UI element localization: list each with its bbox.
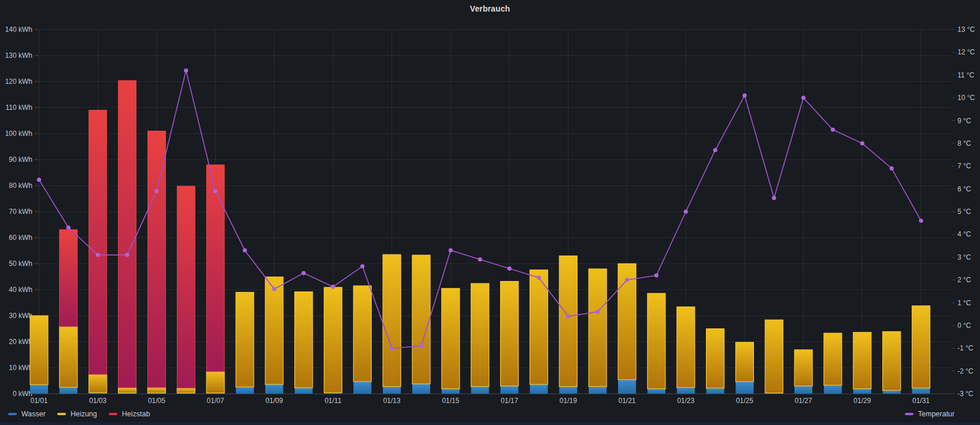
bar-wasser-01/23[interactable] [677,387,695,394]
bar-heizung-01/03[interactable] [89,375,107,393]
bar-wasser-01/17[interactable] [501,386,519,394]
point-temperatur-01/04[interactable] [125,253,129,257]
point-temperatur-01/05[interactable] [154,189,158,193]
bar-heizung-01/30[interactable] [883,331,901,390]
bar-heizung-01/05[interactable] [147,387,165,393]
bar-wasser-01/29[interactable] [853,389,871,394]
point-temperatur-01/17[interactable] [508,267,512,271]
bar-heizstab-01/05[interactable] [147,131,165,388]
bar-wasser-01/02[interactable] [60,387,77,394]
bar-heizung-01/17[interactable] [501,282,519,386]
point-temperatur-01/15[interactable] [449,248,453,252]
bar-heizung-01/19[interactable] [559,256,577,387]
bar-heizstab-01/03[interactable] [89,110,107,375]
bar-heizung-01/26[interactable] [765,320,783,393]
point-temperatur-01/13[interactable] [390,346,394,350]
bar-wasser-01/31[interactable] [912,388,930,394]
point-temperatur-01/02[interactable] [66,226,71,230]
bar-heizung-01/23[interactable] [677,307,695,388]
bar-wasser-01/08[interactable] [236,387,254,394]
legend-item-heizstab[interactable]: Heizstab [109,410,150,418]
x-axis-tick-label: 01/31 [912,397,930,405]
bar-heizung-01/28[interactable] [824,333,842,385]
legend-item-heizung[interactable]: Heizung [57,410,97,418]
point-temperatur-01/11[interactable] [331,284,335,289]
bar-heizung-01/10[interactable] [295,292,313,388]
bar-heizung-01/09[interactable] [265,277,283,385]
bar-wasser-01/15[interactable] [442,389,460,394]
bar-wasser-01/16[interactable] [471,386,489,394]
point-temperatur-01/08[interactable] [243,248,247,252]
bar-heizung-01/06[interactable] [177,388,195,393]
point-temperatur-01/23[interactable] [684,209,688,213]
bar-wasser-01/25[interactable] [735,382,753,394]
bar-wasser-01/24[interactable] [707,388,724,394]
bar-wasser-01/10[interactable] [295,388,313,394]
bar-heizung-01/14[interactable] [412,255,430,384]
bar-wasser-01/18[interactable] [530,385,548,394]
bar-heizung-01/11[interactable] [324,287,342,393]
bar-wasser-01/01[interactable] [30,385,48,394]
point-temperatur-01/16[interactable] [478,257,482,261]
bar-wasser-01/19[interactable] [559,386,577,394]
bar-heizung-01/18[interactable] [530,270,548,385]
point-temperatur-01/03[interactable] [96,253,100,257]
point-temperatur-01/20[interactable] [596,310,600,314]
point-temperatur-01/14[interactable] [419,344,423,348]
bar-heizung-01/29[interactable] [853,332,871,389]
legend-item-wasser[interactable]: Wasser [8,410,46,418]
bar-wasser-01/27[interactable] [794,386,812,394]
bar-wasser-01/14[interactable] [412,384,430,394]
bar-heizung-01/16[interactable] [471,283,489,386]
bar-heizung-01/15[interactable] [442,289,460,389]
bar-wasser-01/28[interactable] [824,385,842,394]
bar-wasser-01/09[interactable] [265,385,283,394]
bar-heizung-01/08[interactable] [236,293,254,387]
point-temperatur-01/26[interactable] [772,196,776,200]
bar-heizung-01/31[interactable] [912,306,930,388]
bar-heizung-01/02[interactable] [60,327,77,387]
point-temperatur-01/27[interactable] [801,96,805,100]
point-temperatur-01/18[interactable] [537,276,541,280]
bar-wasser-01/20[interactable] [589,386,607,394]
point-temperatur-01/22[interactable] [654,274,659,278]
bar-heizung-01/04[interactable] [119,388,136,393]
point-temperatur-01/19[interactable] [566,315,570,319]
consumption-chart-plot-area[interactable]: 0 kWh10 kWh20 kWh30 kWh40 kWh50 kWh60 kW… [0,0,980,425]
bar-wasser-01/30[interactable] [883,390,901,394]
point-temperatur-01/01[interactable] [37,178,41,182]
bar-wasser-01/22[interactable] [648,389,665,394]
bar-wasser-01/21[interactable] [618,380,636,394]
point-temperatur-01/24[interactable] [713,148,717,152]
bar-heizstab-01/04[interactable] [119,80,136,387]
point-temperatur-01/28[interactable] [831,128,835,132]
bar-heizung-01/20[interactable] [589,269,607,386]
bar-heizung-01/24[interactable] [707,329,724,389]
point-temperatur-01/21[interactable] [625,278,629,282]
bar-heizung-01/22[interactable] [648,293,665,389]
point-temperatur-01/31[interactable] [919,219,923,223]
point-temperatur-01/06[interactable] [184,68,188,72]
point-temperatur-01/10[interactable] [302,271,306,275]
point-temperatur-01/12[interactable] [360,264,364,268]
bar-heizstab-01/06[interactable] [177,186,195,388]
point-temperatur-01/29[interactable] [860,141,864,145]
bar-heizstab-01/07[interactable] [206,165,224,372]
bar-heizung-01/13[interactable] [383,254,401,386]
bar-heizung-01/25[interactable] [735,342,753,382]
legend-item-temperatur[interactable]: Temperatur [905,410,955,418]
bar-heizung-01/12[interactable] [353,286,371,382]
bar-wasser-01/12[interactable] [353,382,371,394]
bar-heizung-01/01[interactable] [30,316,48,385]
point-temperatur-01/30[interactable] [890,167,894,171]
bar-heizung-01/07[interactable] [206,372,224,393]
bar-heizung-01/27[interactable] [794,350,812,386]
point-temperatur-01/25[interactable] [742,94,746,98]
point-temperatur-01/07[interactable] [213,189,217,193]
right-axis-tick-label: -2 °C [957,367,974,375]
x-axis-tick-label: 01/13 [383,397,401,405]
right-axis-tick-label: 5 °C [957,208,971,216]
bar-heizstab-01/02[interactable] [60,230,77,327]
point-temperatur-01/09[interactable] [272,287,276,291]
bar-wasser-01/13[interactable] [383,386,401,394]
